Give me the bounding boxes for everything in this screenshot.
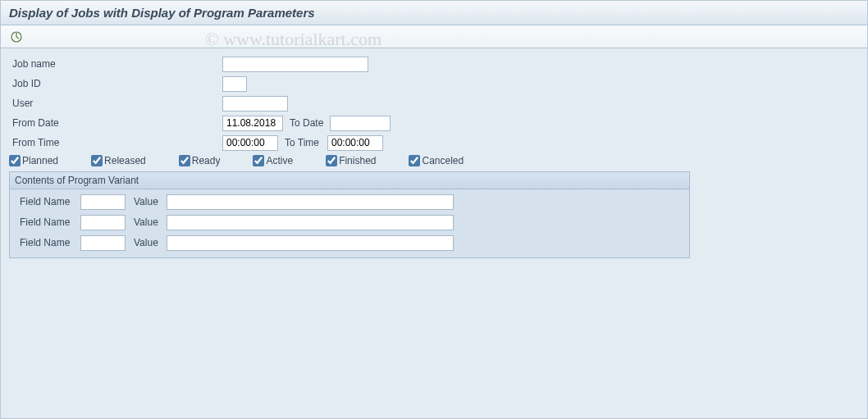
checkbox-planned-label: Planned xyxy=(22,155,58,166)
checkbox-canceled-wrap: Canceled xyxy=(409,155,464,166)
value-label: Value xyxy=(126,196,167,207)
value-input[interactable] xyxy=(167,194,454,210)
row-user: User xyxy=(9,94,859,112)
row-jobid: Job ID xyxy=(9,75,859,93)
content-area: Job name Job ID User From Date To Date F… xyxy=(1,48,867,265)
fieldname-label: Field Name xyxy=(15,216,80,228)
checkbox-finished-label: Finished xyxy=(339,155,376,166)
checkbox-released[interactable] xyxy=(91,155,103,166)
fromtime-label: From Time xyxy=(9,137,222,148)
checkbox-released-label: Released xyxy=(104,155,146,166)
jobname-label: Job name xyxy=(9,58,222,70)
fieldname-label: Field Name xyxy=(15,237,80,248)
checkbox-active-wrap: Active xyxy=(253,155,293,166)
variant-group-title: Contents of Program Variant xyxy=(10,172,689,189)
execute-icon[interactable] xyxy=(9,30,24,44)
checkbox-active[interactable] xyxy=(253,155,264,166)
jobname-input[interactable] xyxy=(222,57,368,72)
row-jobname: Job name xyxy=(9,55,859,73)
fieldname-input[interactable] xyxy=(80,194,126,210)
toolbar xyxy=(1,25,867,48)
checkbox-ready[interactable] xyxy=(179,155,190,166)
status-checkbox-row: Planned Released Ready Active Finished C… xyxy=(9,155,859,166)
value-label: Value xyxy=(126,216,167,228)
variant-group-content: Field Name Value Field Name Value Field … xyxy=(10,189,689,257)
fromdate-input[interactable] xyxy=(222,116,283,131)
fieldname-label: Field Name xyxy=(15,196,80,207)
checkbox-ready-label: Ready xyxy=(192,155,221,166)
checkbox-ready-wrap: Ready xyxy=(179,155,221,166)
jobid-label: Job ID xyxy=(9,78,222,89)
user-input[interactable] xyxy=(222,96,288,112)
todate-input[interactable] xyxy=(330,116,391,131)
fromdate-label: From Date xyxy=(9,117,222,129)
value-label: Value xyxy=(126,237,167,248)
value-input[interactable] xyxy=(167,215,454,230)
jobid-input[interactable] xyxy=(222,76,247,92)
variant-row: Field Name Value xyxy=(15,193,684,211)
user-label: User xyxy=(9,98,222,109)
checkbox-released-wrap: Released xyxy=(91,155,146,166)
checkbox-canceled-label: Canceled xyxy=(422,155,464,166)
fieldname-input[interactable] xyxy=(80,235,126,251)
checkbox-planned-wrap: Planned xyxy=(9,155,58,166)
totime-label: To Time xyxy=(278,137,327,148)
checkbox-active-label: Active xyxy=(266,155,293,166)
totime-input[interactable] xyxy=(327,135,383,151)
checkbox-finished[interactable] xyxy=(326,155,337,166)
page-title: Display of Jobs with Display of Program … xyxy=(9,6,315,20)
checkbox-canceled[interactable] xyxy=(409,155,420,166)
fieldname-input[interactable] xyxy=(80,215,126,230)
row-fromdate: From Date To Date xyxy=(9,114,859,132)
value-input[interactable] xyxy=(167,235,454,251)
todate-label: To Date xyxy=(283,117,330,129)
checkbox-finished-wrap: Finished xyxy=(326,155,376,166)
title-bar: Display of Jobs with Display of Program … xyxy=(1,1,867,25)
variant-group: Contents of Program Variant Field Name V… xyxy=(9,171,690,258)
fromtime-input[interactable] xyxy=(222,135,278,151)
checkbox-planned[interactable] xyxy=(9,155,21,166)
variant-row: Field Name Value xyxy=(15,234,684,252)
variant-row: Field Name Value xyxy=(15,213,684,231)
row-fromtime: From Time To Time xyxy=(9,134,859,152)
